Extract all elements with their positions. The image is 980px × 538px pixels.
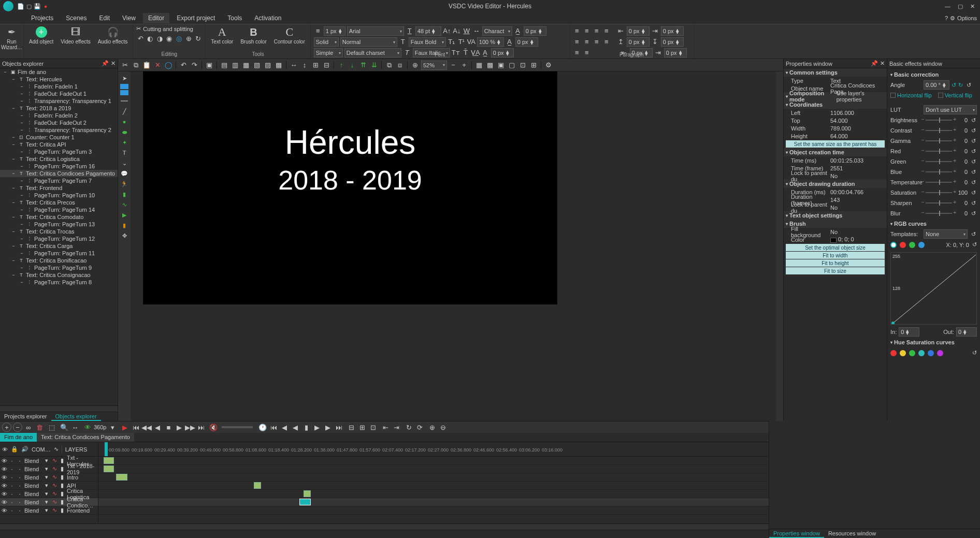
track-bar-icon[interactable]: ▮ (59, 507, 65, 514)
chevron-down-icon[interactable]: ▾ (44, 474, 50, 481)
tree-item[interactable]: −TText: Critica Condicoes Pagamento (0, 170, 118, 177)
base-spin[interactable]: 0 px▴▾ (491, 48, 514, 57)
reset-curves[interactable]: ↺ (972, 241, 977, 248)
v-dms[interactable]: 00:00:04.766 (829, 189, 887, 195)
kerning-icon[interactable]: A̲ (514, 26, 522, 35)
rotate-left-icon[interactable]: ↺ (952, 82, 956, 89)
v-tfr[interactable]: 2551 (829, 165, 887, 171)
rotate-right-icon[interactable]: ↻ (958, 82, 963, 89)
hline-tool[interactable] (119, 96, 129, 106)
v-top[interactable]: 54.000 (829, 118, 887, 124)
dot-white[interactable] (890, 242, 897, 248)
lut-combo[interactable]: Don't use LUT▾ (924, 105, 977, 114)
text-color-button[interactable]: AText color (209, 25, 235, 46)
mark-out-icon[interactable]: ⇥ (392, 423, 401, 432)
track-eye-icon[interactable]: 👁 (1, 499, 7, 505)
tree-expand-icon[interactable]: − (19, 91, 25, 97)
reset-icon[interactable]: ↺ (970, 210, 977, 217)
tree-expand-icon[interactable]: − (19, 120, 25, 126)
maximize-icon[interactable]: ▢ (958, 3, 963, 10)
tree-expand-icon[interactable]: − (19, 279, 25, 285)
track-lane[interactable] (98, 498, 769, 506)
just-4[interactable]: ≡ (602, 37, 611, 46)
inc-size[interactable]: A↑ (443, 26, 451, 35)
outline-style-combo[interactable]: Solid▾ (314, 37, 339, 47)
zoom-out-icon[interactable]: − (449, 61, 458, 70)
last-indent-icon[interactable]: ⇥ (654, 48, 662, 56)
m7[interactable]: ⏭ (334, 423, 343, 432)
tree-expand-icon[interactable]: − (19, 149, 25, 155)
sup-icon[interactable]: T₁ (448, 37, 456, 46)
tree-item[interactable]: −TText: Critica Precos (0, 199, 118, 206)
tree-expand-icon[interactable]: − (19, 221, 25, 227)
menu-scenes[interactable]: Scenes (61, 13, 92, 23)
tree-expand-icon[interactable]: − (19, 83, 25, 90)
track-eye-icon[interactable]: 👁 (1, 474, 7, 481)
tree-expand-icon[interactable]: − (19, 250, 25, 256)
space-before-icon[interactable]: ↥ (617, 37, 625, 46)
timeline-clip[interactable] (116, 474, 127, 481)
just-3[interactable]: ≡ (593, 37, 601, 46)
close-panel-icon[interactable]: ✕ (880, 60, 885, 67)
resolution-label[interactable]: 360p (94, 424, 106, 430)
outline-size[interactable]: 1 px▴▾ (324, 26, 345, 36)
tree-expand-icon[interactable]: − (10, 156, 17, 162)
slider-sharpen[interactable]: −+ (926, 202, 952, 203)
chevron-down-icon[interactable]: ▾ (44, 458, 50, 464)
props-comp-header[interactable]: Composition mode Use layer's properties (784, 92, 887, 100)
volume-slider[interactable] (222, 426, 253, 428)
copy-icon[interactable]: ⧉ (131, 61, 140, 70)
split1[interactable]: ⊟ (347, 423, 356, 432)
track-lock-icon[interactable]: · (9, 474, 15, 481)
align-right-icon[interactable]: ≡ (593, 26, 601, 35)
track-lane[interactable] (98, 490, 769, 498)
tree-item[interactable]: −⦙FadeOut: FadeOut 1 (0, 90, 118, 97)
track-audio-icon[interactable]: · (17, 499, 23, 505)
track-bar-icon[interactable]: ▮ (59, 491, 65, 497)
edit-tool-4[interactable]: ◉ (165, 34, 174, 42)
valign-1[interactable]: ≡ (573, 48, 581, 56)
m2[interactable]: ◀ (280, 423, 289, 432)
video-effects-button[interactable]: 🎞Video effects (59, 25, 92, 46)
sub-icon[interactable]: T¹ (457, 37, 466, 46)
tree-item[interactable]: −TText: 2018 a 2019 (0, 105, 118, 112)
reset-icon[interactable]: ↺ (970, 117, 977, 124)
zoom-in-icon[interactable]: + (459, 61, 469, 70)
order-top-icon[interactable]: ⇈ (358, 61, 368, 70)
tree-item[interactable]: −TText: Critica Bonificacao (0, 257, 118, 264)
zoom-combo[interactable]: 52%▾ (421, 61, 447, 70)
m1[interactable]: ⏮ (269, 423, 278, 432)
tree-item[interactable]: −⦙PageTurn: PageTurn 12 (0, 235, 118, 242)
grid5[interactable]: ⊡ (518, 61, 527, 70)
tree-expand-icon[interactable]: − (10, 243, 17, 249)
run-wizard-button[interactable]: ✒ Run Wizard… (0, 25, 24, 51)
options-label[interactable]: Options (957, 15, 977, 21)
m3[interactable]: ◀ (291, 423, 300, 432)
track-wave-icon[interactable]: ∿ (51, 466, 57, 472)
play-icon[interactable]: ▶ (120, 423, 129, 432)
dec-size[interactable]: A↓ (453, 26, 461, 35)
text-tool[interactable]: T (119, 148, 129, 157)
m5[interactable]: ▶ (312, 423, 322, 432)
al1[interactable]: ▤ (220, 61, 229, 70)
tooltip-tool[interactable]: ⌄ (119, 158, 129, 168)
paste-icon[interactable]: 📋 (142, 61, 151, 70)
wave-col-icon[interactable]: ∿ (54, 446, 59, 453)
track-wave-icon[interactable]: ∿ (51, 474, 57, 481)
timeline-clip[interactable] (304, 490, 311, 497)
templates-combo[interactable]: None▾ (924, 229, 968, 239)
split2[interactable]: ⊞ (357, 423, 367, 432)
track-eye-icon[interactable]: 👁 (1, 483, 7, 489)
hue-cyan[interactable] (918, 350, 925, 356)
tree-item[interactable]: −⦙PageTurn: PageTurn 8 (0, 279, 118, 286)
menu-activation[interactable]: Activation (249, 13, 286, 23)
mute-icon[interactable]: 🔇 (209, 423, 218, 432)
tree-expand-icon[interactable]: − (10, 228, 17, 235)
tab-properties-window[interactable]: Properties window (769, 529, 824, 538)
v-lock2[interactable]: No (829, 205, 887, 211)
variant-combo[interactable]: Simple▾ (314, 48, 343, 57)
eye-col-icon[interactable]: 👁 (2, 446, 8, 453)
reset-hue[interactable]: ↺ (972, 350, 977, 356)
li-spin[interactable]: 0 px▴▾ (664, 48, 687, 57)
sa-spin[interactable]: 0 px▴▾ (661, 37, 684, 47)
